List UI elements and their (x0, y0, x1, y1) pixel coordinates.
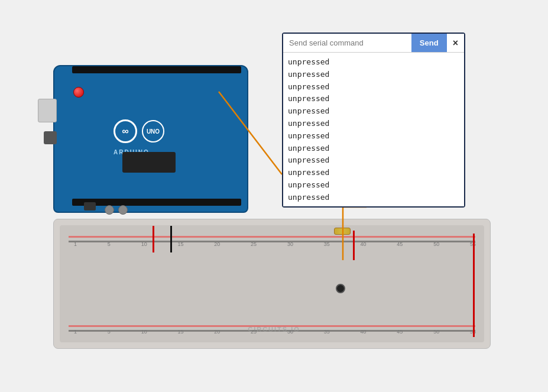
col-label: 45 (397, 241, 403, 247)
col-label: 45 (397, 329, 403, 335)
col-label: 1 (74, 241, 77, 247)
power-jack (44, 131, 57, 144)
capacitor-2 (118, 205, 128, 215)
col-label: 25 (251, 329, 257, 335)
col-label: 15 (177, 241, 183, 247)
serial-close-button[interactable]: × (447, 34, 464, 52)
led-red (73, 87, 84, 98)
col-label: 1 (74, 329, 77, 335)
col-label: 10 (141, 241, 147, 247)
col-label: 10 (141, 329, 147, 335)
col-label: 50 (433, 329, 439, 335)
col-label: 35 (324, 329, 330, 335)
arduino-board: ∞ UNO ARDUINO (53, 65, 248, 213)
col-label: 20 (214, 241, 220, 247)
wire-red-resistor (353, 231, 355, 260)
capacitor-1 (105, 205, 114, 215)
col-labels-bot: 1510152025303540455055 (74, 329, 476, 335)
arduino-logo-area: ∞ UNO (114, 119, 164, 143)
serial-output-line: unpressed (288, 192, 459, 204)
wire-red-right (473, 234, 475, 337)
rail-top-red (69, 236, 475, 238)
serial-output-line: unpressed (288, 69, 459, 81)
uno-badge: UNO (142, 120, 164, 142)
push-button (336, 284, 345, 293)
serial-output-line: unpressed (288, 130, 459, 142)
pin-header-top (72, 66, 241, 73)
col-label: 40 (361, 241, 367, 247)
serial-output-line: unpressed (288, 179, 459, 192)
usb-port (38, 99, 57, 122)
col-label: 40 (361, 329, 367, 335)
arduino-logo: ∞ (114, 119, 137, 143)
col-label: 5 (108, 241, 111, 247)
serial-monitor-panel: Send × unpressedunpressedunpressedunpres… (282, 33, 465, 208)
wire-black-inner (170, 226, 172, 252)
serial-output-line: unpressed (288, 81, 459, 93)
serial-monitor-header: Send × (283, 34, 464, 53)
col-label: 35 (324, 241, 330, 247)
serial-output-line: unpressed (288, 56, 459, 69)
serial-output-line: unpressed (288, 154, 459, 167)
col-label: 20 (214, 329, 220, 335)
resistor (334, 228, 351, 235)
col-label: 50 (433, 241, 439, 247)
serial-output-line: unpressed (288, 118, 459, 130)
ic-chip (122, 152, 176, 173)
wire-red-left (153, 226, 154, 252)
arduino-body: ∞ UNO ARDUINO (53, 65, 248, 213)
board-button (84, 202, 96, 210)
serial-output-line: unpressed (288, 93, 459, 105)
col-labels-top: 1510152025303540455055 (74, 241, 476, 247)
serial-output-line: unpressed (288, 167, 459, 179)
col-label: 30 (287, 329, 293, 335)
serial-output-area: unpressedunpressedunpressedunpressedunpr… (283, 53, 464, 206)
serial-output-line: unpressed (288, 142, 459, 155)
serial-output-line: unpressed (288, 105, 459, 118)
col-label: 15 (177, 329, 183, 335)
pin-header-bottom (72, 199, 241, 206)
serial-send-button[interactable]: Send (411, 34, 447, 52)
col-label: 30 (287, 241, 293, 247)
serial-command-input[interactable] (283, 34, 411, 52)
col-label: 5 (108, 329, 111, 335)
col-label: 25 (251, 241, 257, 247)
